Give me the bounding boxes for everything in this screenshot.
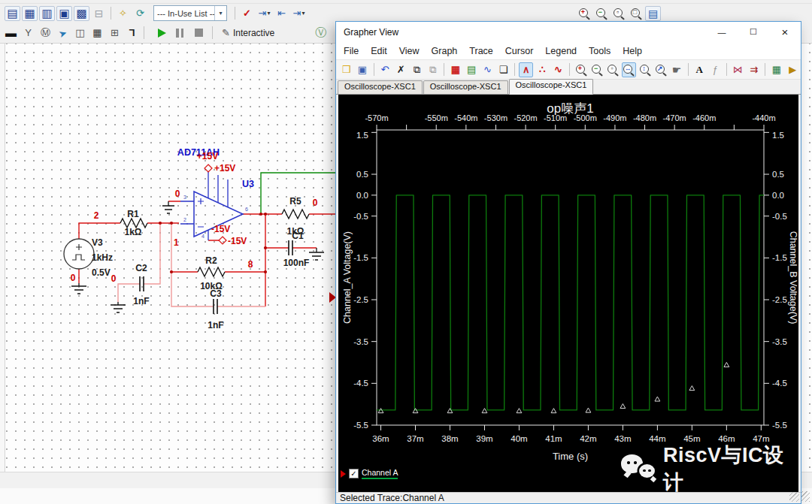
menu-tools[interactable]: Tools xyxy=(583,44,617,58)
export-excel-icon[interactable]: ▦ xyxy=(769,62,783,77)
stop-simulation-button[interactable] xyxy=(195,29,203,37)
zoom-x-icon[interactable]: ↔ xyxy=(622,62,636,77)
menu-bar: FileEditViewGraphTraceCursorLegendToolsH… xyxy=(336,42,801,60)
place-diode-icon[interactable]: Ⓜ xyxy=(38,26,53,41)
menu-trace[interactable]: Trace xyxy=(463,44,499,58)
export-to-pcb-icon[interactable]: ⇥▾ xyxy=(256,6,272,21)
voltage-probe-icon[interactable]: Ⓥ xyxy=(315,26,326,40)
bottom-tick-label: 42m xyxy=(580,434,596,443)
hierarchical-block-icon[interactable]: ⊞ xyxy=(107,26,123,41)
power-port-vcc[interactable] xyxy=(205,164,212,172)
zoom-area-icon[interactable]: ▫ xyxy=(611,6,626,21)
zoom-fit-icon[interactable]: □ xyxy=(628,6,644,21)
trace-line-icon[interactable]: ∧ xyxy=(519,62,533,77)
back-annotate-icon[interactable]: ⇤ xyxy=(274,6,289,21)
menu-legend[interactable]: Legend xyxy=(539,44,583,58)
pause-simulation-button[interactable] xyxy=(176,29,183,38)
menu-cursor[interactable]: Cursor xyxy=(499,44,540,58)
show-legend-icon[interactable]: ▤ xyxy=(465,62,479,77)
place-bus-icon[interactable]: Γ xyxy=(124,26,140,41)
place-basic-icon[interactable]: Y xyxy=(20,26,36,41)
maximize-button[interactable]: ☐ xyxy=(738,22,769,42)
top-tick-label: -570m xyxy=(365,113,388,122)
tab-oscilloscope-xsc1-2[interactable]: Oscilloscope-XSC1 xyxy=(509,79,594,95)
hierarchy-view-icon[interactable]: ⊟ xyxy=(91,6,107,21)
grapher-toolbar: ❒▣↶✗⧉⧉▦▤∿❏∧∴∿+−▫↔↕↗☛Aƒ⋈⇉▦▶ xyxy=(336,60,801,80)
source-v3[interactable] xyxy=(64,239,94,269)
zoom-out-icon[interactable]: − xyxy=(593,6,609,21)
watermark: RiscV与IC设计 xyxy=(621,451,798,487)
zoom-in-icon[interactable]: + xyxy=(576,6,592,21)
export-labview-icon[interactable]: ▶ xyxy=(786,62,800,77)
run-simulation-button[interactable] xyxy=(158,29,166,38)
export-data-icon[interactable]: ⇉ xyxy=(747,62,761,77)
place-transistor-icon[interactable]: ➤ xyxy=(53,23,72,43)
channel-a-checkbox[interactable]: ✓ xyxy=(349,469,359,478)
tab-oscilloscope-xsc1-0[interactable]: Oscilloscope-XSC1 xyxy=(338,80,423,94)
r1-value: 1kΩ xyxy=(125,227,142,237)
zoom-xy-icon[interactable]: ↗ xyxy=(653,62,668,77)
zoom-y-icon[interactable]: ↕ xyxy=(638,62,652,77)
black-background-icon[interactable]: ❏ xyxy=(496,62,511,77)
open-icon[interactable]: ❒ xyxy=(339,62,353,77)
delete-icon[interactable]: ✗ xyxy=(394,62,408,77)
capacitor-bodies[interactable] xyxy=(140,240,292,314)
chevron-down-icon[interactable]: ▾ xyxy=(267,10,270,17)
resistor-bodies[interactable] xyxy=(120,210,309,276)
power-port-vee[interactable] xyxy=(219,237,226,244)
tab-oscilloscope-xsc1-1[interactable]: Oscilloscope-XSC1 xyxy=(423,80,508,94)
design-toolbox-toggle-icon[interactable]: ▤ xyxy=(5,6,20,21)
erc-check-icon[interactable]: ✓ xyxy=(239,6,255,21)
oscilloscope-plot[interactable]: op噪声1-570m-550m-540m-530m-520m-510m-500m… xyxy=(338,95,798,492)
trace-marker xyxy=(620,404,626,409)
vcc-port-label: +15V xyxy=(214,163,235,174)
menu-edit[interactable]: Edit xyxy=(365,44,393,58)
place-misc-icon[interactable]: ▦ xyxy=(89,26,105,41)
forward-annotate-icon[interactable]: ⇥▾ xyxy=(291,6,307,21)
place-source-icon[interactable]: ▬ xyxy=(3,26,19,41)
database-manager-icon[interactable]: ▥ xyxy=(39,6,55,21)
menu-help[interactable]: Help xyxy=(617,44,648,58)
chevron-down-icon[interactable]: ▾ xyxy=(214,6,226,20)
zoom-restore-icon[interactable]: ▫ xyxy=(605,62,620,77)
undo-icon[interactable]: ↶ xyxy=(377,62,392,77)
show-axes-icon[interactable]: ∿ xyxy=(480,62,495,77)
minimize-button[interactable]: — xyxy=(706,22,738,42)
copy-icon[interactable]: ⧉ xyxy=(410,62,424,77)
pin-2-label: 2 xyxy=(183,217,186,222)
title-bar[interactable]: Grapher View — ☐ × xyxy=(336,22,801,42)
close-button[interactable]: × xyxy=(769,22,801,42)
menu-graph[interactable]: Graph xyxy=(426,44,464,58)
left-tick-label: -1.5 xyxy=(353,253,368,262)
pan-icon[interactable]: ☛ xyxy=(669,62,683,77)
output-wire-green[interactable] xyxy=(261,173,335,214)
paste-icon[interactable]: ⧉ xyxy=(426,62,440,77)
bottom-tick-label: 41m xyxy=(545,434,562,443)
menu-file[interactable]: File xyxy=(338,44,365,58)
in-use-list-dropdown[interactable]: --- In-Use List --- ▾ xyxy=(153,5,227,21)
overlay-traces-icon[interactable]: ⋈ xyxy=(731,62,745,77)
trace-line-points-icon[interactable]: ∿ xyxy=(551,62,565,77)
component-wizard-icon[interactable]: ✧ xyxy=(115,6,131,21)
database-sync-icon[interactable]: ⟳ xyxy=(132,6,148,21)
add-text-icon[interactable]: A xyxy=(692,62,707,77)
show-grid-icon[interactable]: ▦ xyxy=(448,62,462,77)
function-icon[interactable]: ƒ xyxy=(708,62,723,77)
trace-marker xyxy=(378,409,383,413)
zoom-out-icon[interactable]: − xyxy=(589,62,604,77)
chevron-down-icon[interactable]: ▾ xyxy=(301,10,304,17)
postprocessor-icon[interactable]: ▩ xyxy=(74,6,89,21)
full-screen-icon[interactable]: ▤ xyxy=(645,6,661,21)
menu-view[interactable]: View xyxy=(393,44,426,58)
zoom-in-icon[interactable]: + xyxy=(574,62,588,77)
status-resize-grip[interactable] xyxy=(789,492,799,502)
spreadsheet-view-toggle-icon[interactable]: ▦ xyxy=(22,6,38,21)
probe-arrow-icon[interactable] xyxy=(329,292,335,303)
save-icon[interactable]: ▣ xyxy=(355,62,369,77)
place-analog-icon[interactable]: ◫ xyxy=(72,26,88,41)
grapher-view-icon[interactable]: ▣ xyxy=(56,6,72,21)
chart-area[interactable]: op噪声1-570m-550m-540m-530m-520m-510m-500m… xyxy=(338,95,798,492)
trace-points-icon[interactable]: ∴ xyxy=(535,62,549,77)
legend-label[interactable]: Channel A xyxy=(362,468,398,479)
schematic-sheet[interactable]: AD711AH U3 +15V +15V -15V -15V R1 1kΩ V3… xyxy=(0,44,335,473)
